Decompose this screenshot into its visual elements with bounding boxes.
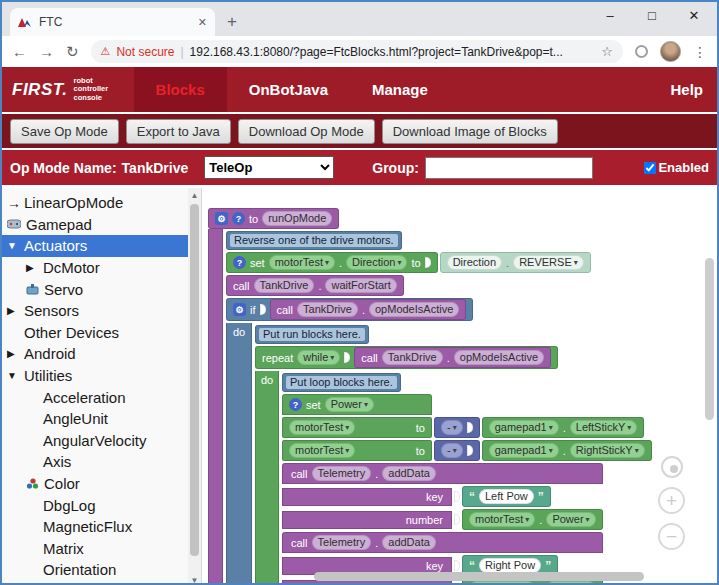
group-input[interactable] <box>425 157 593 179</box>
comment-block[interactable]: Put run blocks here. <box>255 325 369 344</box>
repeat-mode-dropdown[interactable]: while▾ <box>297 350 340 365</box>
not-secure-warning-icon[interactable]: ⚠ <box>101 45 111 58</box>
toolbox-item-magneticflux[interactable]: MagneticFlux <box>2 516 188 538</box>
negate-dropdown[interactable]: -▾ <box>441 443 463 458</box>
help-icon[interactable]: ? <box>233 256 246 269</box>
power-dropdown[interactable]: Power▾ <box>546 581 595 585</box>
back-icon[interactable]: ← <box>12 43 27 60</box>
motor-power-block[interactable]: motorTest▾ . Power▾ <box>462 509 603 530</box>
direction-reverse-block[interactable]: Direction . REVERSE▾ <box>440 252 591 273</box>
toolbox-item-sensors[interactable]: ▶ Sensors <box>2 300 188 322</box>
toolbox-item-actuators[interactable]: ▼ Actuators <box>2 235 188 257</box>
motor-dropdown[interactable]: motorTest▾ <box>289 420 355 435</box>
forward-icon[interactable]: → <box>39 43 54 60</box>
toolbox-scrollbar[interactable]: ▲ ▼ <box>188 188 201 585</box>
toolbox-item-acceleration[interactable]: Acceleration <box>2 386 188 408</box>
nav-blocks[interactable]: Blocks <box>134 67 227 112</box>
repeat-block-body[interactable]: do <box>255 371 279 585</box>
motor-dropdown[interactable]: motorTest▾ <box>269 255 335 270</box>
set-direction-block[interactable]: ? set motorTest▾ . Direction▾ to <box>226 252 438 273</box>
profile-avatar[interactable] <box>660 41 681 62</box>
toolbox-item-servo[interactable]: Servo <box>2 278 188 300</box>
workspace-vertical-scrollbar[interactable] <box>705 258 714 420</box>
opmode-type-select[interactable]: TeleOp <box>204 156 334 179</box>
stick-dropdown[interactable]: RightStickY▾ <box>570 443 645 458</box>
text-field[interactable]: Left Pow <box>479 489 534 504</box>
toolbox-item-gamepad[interactable]: Gamepad <box>2 214 188 236</box>
window-minimize-icon[interactable]: – <box>589 2 631 28</box>
procedure-name-field[interactable]: runOpMode <box>262 211 332 226</box>
gamepad-leftstick-block[interactable]: gamepad1▾ . LeftStickY▾ <box>482 417 645 438</box>
scroll-up-icon[interactable]: ▲ <box>191 188 199 202</box>
gamepad-dropdown[interactable]: gamepad1▾ <box>489 420 559 435</box>
window-maximize-icon[interactable]: □ <box>631 2 673 28</box>
zoom-in-button[interactable]: + <box>658 487 685 514</box>
if-condition-block[interactable]: call TankDrive . opModeIsActive <box>270 299 467 320</box>
toolbox-item-linearopmode[interactable]: → LinearOpMode <box>2 192 188 214</box>
text-block[interactable]: “ Left Pow ” <box>462 486 551 507</box>
bookmark-star-icon[interactable]: ☆ <box>601 44 613 59</box>
telemetry-adddata-block[interactable]: call Telemetry . addData key <box>282 463 603 530</box>
download-image-button[interactable]: Download Image of Blocks <box>382 119 558 144</box>
nav-onbotjava[interactable]: OnBotJava <box>227 67 350 112</box>
blockly-workspace[interactable]: ⚙ ? to runOpMode Reverse one of the driv… <box>202 188 717 585</box>
gear-icon[interactable]: ⚙ <box>233 303 246 316</box>
toolbox-item-dcmotor[interactable]: ▶ DcMotor <box>2 257 188 279</box>
gamepad-dropdown[interactable]: gamepad1▾ <box>489 443 559 458</box>
browser-menu-icon[interactable]: ⋮ <box>693 44 707 60</box>
property-dropdown[interactable]: Direction▾ <box>346 255 407 270</box>
toolbox-item-android[interactable]: ▶ Android <box>2 343 188 365</box>
set-power-block[interactable]: ? set Power▾ motorTest▾ to <box>282 394 652 461</box>
runopmode-block-header[interactable]: ⚙ ? to runOpMode <box>208 208 339 229</box>
motor-dropdown[interactable]: motorTest▾ <box>469 512 535 527</box>
save-opmode-button[interactable]: Save Op Mode <box>10 119 119 144</box>
toolbox-item-orientation[interactable]: Orientation <box>2 559 188 581</box>
direction-value-dropdown[interactable]: REVERSE▾ <box>513 255 584 270</box>
call-waitforstart-block[interactable]: call TankDrive . waitForStart <box>226 275 404 296</box>
repeat-block-header[interactable]: repeat while▾ call TankDrive . opModeIsA… <box>255 346 558 369</box>
tab-close-icon[interactable]: ✕ <box>198 16 207 29</box>
power-dropdown[interactable]: Power▾ <box>546 512 595 527</box>
zoom-out-button[interactable]: − <box>658 523 685 550</box>
toolbox-item-color[interactable]: Color <box>2 473 188 495</box>
runopmode-block-body[interactable] <box>208 229 223 585</box>
browser-tab[interactable]: FTC ✕ <box>10 8 215 36</box>
nav-manage[interactable]: Manage <box>350 67 450 112</box>
comment-block[interactable]: Put loop blocks here. <box>282 373 401 392</box>
scroll-down-icon[interactable]: ▼ <box>191 573 199 585</box>
url-text[interactable]: 192.168.43.1:8080/?page=FtcBlocks.html?p… <box>190 45 596 59</box>
download-opmode-button[interactable]: Download Op Mode <box>238 119 375 144</box>
help-icon[interactable]: ? <box>232 212 245 225</box>
not-secure-label[interactable]: Not secure <box>116 45 174 59</box>
if-block-body[interactable]: do <box>226 323 252 585</box>
toolbox-item-axis[interactable]: Axis <box>2 451 188 473</box>
comment-block[interactable]: Reverse one of the drive motors. <box>226 231 402 250</box>
if-block-header[interactable]: ⚙ if call TankDrive . opModeIsActive <box>226 298 473 321</box>
enabled-checkbox[interactable] <box>644 162 656 174</box>
extension-icon[interactable] <box>635 45 648 58</box>
window-close-icon[interactable]: ✕ <box>673 2 715 28</box>
negate-dropdown[interactable]: -▾ <box>441 420 463 435</box>
negate-block[interactable]: -▾ <box>434 440 480 461</box>
text-field[interactable]: Right Pow <box>479 558 541 573</box>
toolbox-item-other-devices[interactable]: Other Devices <box>2 322 188 344</box>
nav-help[interactable]: Help <box>656 67 717 112</box>
scrollbar-thumb[interactable] <box>190 204 199 556</box>
negate-block[interactable]: -▾ <box>434 417 480 438</box>
toolbox-item-matrix[interactable]: Matrix <box>2 538 188 560</box>
center-view-icon[interactable] <box>661 456 683 478</box>
help-icon[interactable]: ? <box>289 398 302 411</box>
toolbox-item-dbglog[interactable]: DbgLog <box>2 494 188 516</box>
refresh-icon[interactable]: ↻ <box>66 43 79 61</box>
gear-icon[interactable]: ⚙ <box>215 212 228 225</box>
power-dropdown[interactable]: Power▾ <box>325 397 374 412</box>
new-tab-button[interactable]: + <box>227 12 237 32</box>
stick-dropdown[interactable]: LeftStickY▾ <box>570 420 638 435</box>
gamepad-rightstick-block[interactable]: gamepad1▾ . RightStickY▾ <box>482 440 652 461</box>
toolbox-item-angleunit[interactable]: AngleUnit <box>2 408 188 430</box>
repeat-condition-block[interactable]: call TankDrive . opModeIsActive <box>354 347 551 368</box>
export-java-button[interactable]: Export to Java <box>126 119 231 144</box>
motor-dropdown[interactable]: motorTest▾ <box>469 581 535 585</box>
motor-dropdown[interactable]: motorTest▾ <box>289 443 355 458</box>
toolbox-item-angularvelocity[interactable]: AngularVelocity <box>2 430 188 452</box>
